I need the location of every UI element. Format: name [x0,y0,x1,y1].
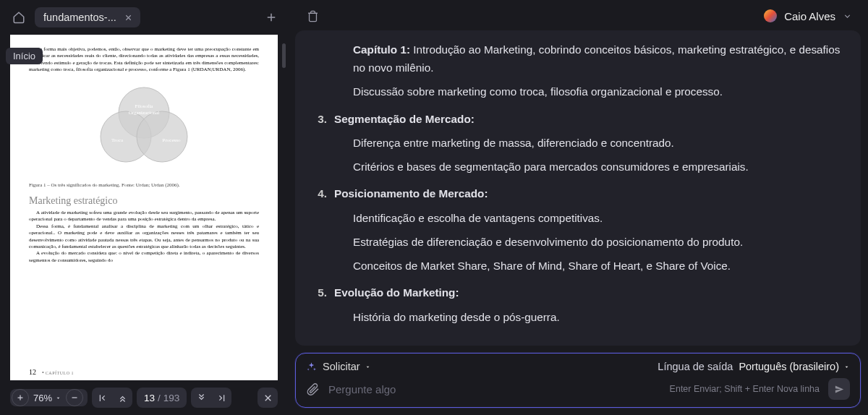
venn-diagram: Filosofia Organizacional Troca Processo [29,77,259,178]
chapter-subitem: Discussão sobre marketing como troca, fi… [315,82,841,100]
first-page-button[interactable] [92,388,112,408]
user-menu-chevron-icon[interactable] [843,12,852,21]
doc-paragraph: De forma mais objetiva, podemos, então, … [29,46,259,74]
chapter-intro: Capítulo 1: Introdução ao Marketing, cob… [315,40,841,77]
list-item-heading: 5.Evolução do Marketing: [315,283,841,301]
zoom-out-button[interactable] [66,389,83,406]
doc-paragraph: Dessa forma, é fundamental analisar a di… [29,223,259,251]
venn-label-left: Troca [111,137,124,143]
last-page-button[interactable] [211,388,231,408]
home-tooltip: Início [6,48,43,64]
list-item-body: Estratégias de diferenciação e desenvolv… [315,233,841,251]
document-tab[interactable]: fundamentos-... [35,7,140,27]
list-item-body: Diferença entre marketing de massa, dife… [315,134,841,152]
close-toolbar-button[interactable] [258,388,278,408]
figure-caption: Figura 1 – Os três significados do marke… [29,182,259,188]
language-selector[interactable]: Português (brasileiro) [739,361,850,372]
add-tab-button[interactable] [265,11,278,24]
user-name: Caio Alves [784,10,835,22]
page-indicator[interactable]: 13 / 193 [137,388,187,408]
svg-point-2 [137,111,187,162]
scrollbar-thumb[interactable] [282,43,286,68]
avatar [764,9,777,22]
send-button[interactable] [828,378,850,400]
sparkle-icon [306,361,317,372]
list-item-body: Identificação e escolha de vantagens com… [315,209,841,227]
input-hint: Enter Enviar; Shift + Enter Nova linha [670,384,820,394]
list-item-body: História do marketing desde o pós-guerra… [315,308,841,326]
zoom-level[interactable]: 76% [30,393,64,403]
list-item-body: Conceitos de Market Share, Share of Mind… [315,257,841,275]
list-item-heading: 4.Posicionamento de Mercado: [315,184,841,202]
chat-input[interactable] [328,383,661,395]
zoom-in-button[interactable] [12,389,29,406]
document-page: De forma mais objetiva, podemos, então, … [10,35,278,380]
mode-selector[interactable]: Solicitar [323,361,371,372]
venn-label-top1: Filosofia [135,103,154,109]
venn-label-top2: Organizacional [129,110,160,116]
doc-paragraph: A atividade de marketing sofreu uma gran… [29,210,259,223]
attach-button[interactable] [306,382,320,396]
venn-label-right: Processo [163,137,181,143]
trash-button[interactable] [304,7,321,25]
section-heading: Marketing estratégico [29,195,259,207]
page-footer: 12 • CAPÍTULO 1 [29,368,74,376]
list-item-body: Critérios e bases de segmentação para me… [315,158,841,176]
chat-content: Capítulo 1: Introdução ao Marketing, cob… [295,30,861,346]
home-button[interactable] [10,9,27,26]
list-item-heading: 3.Segmentação de Mercado: [315,110,841,128]
tab-label: fundamentos-... [43,12,116,23]
language-label: Língua de saída [658,361,733,372]
doc-paragraph: A evolução do mercado considera que: o n… [29,250,259,264]
close-tab-icon[interactable] [124,13,133,22]
next-page-button[interactable] [191,388,211,408]
prev-page-button[interactable] [112,388,132,408]
input-dock: Solicitar Língua de saída Português (bra… [295,353,861,408]
